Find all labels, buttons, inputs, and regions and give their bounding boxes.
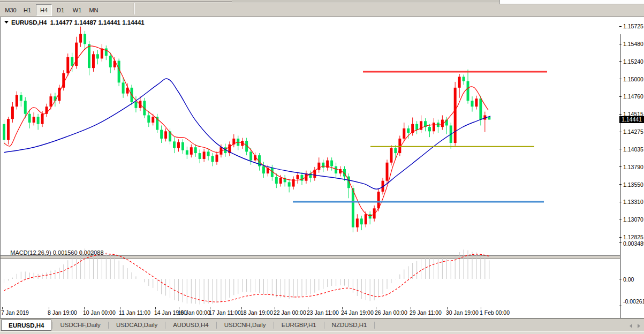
candle-body [7,119,10,140]
time-axis-label: 1 Feb 00:00 [480,309,510,316]
chart-tab-eurusd[interactable]: EURUSD,H4 [1,320,51,331]
symbol-dropdown-icon[interactable] [4,21,9,26]
candle-body [134,102,137,108]
chart-tab-audusd[interactable]: AUDUSD,H4 [166,320,215,331]
time-axis-label: 22 Jan 00:00 [274,309,306,316]
time-axis-label: 23 Jan 11:00 [307,309,339,316]
macd-axis-label: 0.003489 [623,240,644,247]
price-axis-label: 1.12825 [623,234,643,240]
macd-name: MACD(12,26,9) [10,249,51,256]
candle-body [288,182,291,186]
candle-body [79,34,82,42]
candle-body [458,77,461,87]
time-axis-label: 16 Jan 00:00 [178,309,210,316]
tab-separator [52,322,52,329]
price-axis-label: 1.15480 [623,41,643,47]
chart-tab-nzdusd[interactable]: NZDUSD,H1 [325,320,374,331]
candle-body [41,114,44,124]
chart-tab-usdcnh[interactable]: USDCNH,Daily [217,320,273,331]
candle-body [101,48,103,58]
tab-separator [216,322,217,329]
candle-body [322,163,324,168]
candle-body [109,56,112,67]
candle-body [169,131,171,141]
candle-body [454,88,457,143]
candle-body [49,96,52,107]
candle-body [249,151,252,160]
chart-tab-eurgbp[interactable]: EURGBP,H1 [275,320,323,331]
candle-body [211,156,214,162]
price-axis-tick [619,166,622,167]
candle-body [194,147,197,153]
price-axis-tick [619,114,622,115]
candle-body [352,188,354,227]
tabbar-bottom-strip [0,331,644,334]
candle-body [186,150,188,155]
price-axis-tick [619,79,622,79]
tabs-scroll-left-icon[interactable] [627,324,632,328]
macd-axis-tick [619,242,622,243]
price-axis-label: 1.15240 [623,58,643,65]
candle-body [181,142,184,150]
candle-body [203,151,206,159]
candle-body [122,82,125,93]
candle-body [37,117,40,124]
candle-body [207,151,210,156]
candle-body [467,81,469,101]
candle-body [262,166,265,174]
chart-tabs-bar: EURUSD,H4USDCHF,DailyUSDCAD,DailyAUDUSD,… [0,318,644,334]
candle-body [92,54,95,68]
candle-body [479,98,482,119]
candle-body [330,161,333,166]
price-axis-tick [619,202,622,202]
candle-body [394,148,397,154]
candle-body [403,128,405,139]
chart-symbol-period: EURUSD,H4 [11,19,47,26]
candle-body [275,177,278,184]
candle-body [415,124,418,130]
price-axis-label: 1.14275 [623,128,643,135]
time-axis-label: 26 Jan 00:00 [375,309,407,316]
chart-tab-usdcad[interactable]: USDCAD,Daily [109,320,164,331]
price-axis-label: 1.13070 [623,216,643,223]
candle-body [173,141,176,148]
price-axis-tick [619,61,622,62]
candle-body [33,117,35,123]
candle-body [369,214,372,218]
candle-body [297,175,299,179]
slow-ma-line [4,79,491,189]
candle-body [390,148,392,163]
price-axis-tick [619,44,622,44]
time-axis-label: 18 Jan 19:00 [240,309,273,316]
candle-body [190,147,193,155]
time-axis-label: 17 Jan 11:00 [209,309,241,316]
candle-body [463,77,465,81]
candle-body [16,95,18,107]
tabs-scroll-right-icon[interactable] [638,324,642,328]
candle-body [105,48,108,56]
macd-axis-tick [619,306,622,306]
tab-separator [374,322,375,329]
candle-body [386,163,389,181]
candle-body [88,44,90,68]
candle-body [3,124,5,140]
candle-body [433,123,435,131]
trading-terminal-window: M30H1H4D1W1MN EURUSD,H4 1.14477 1.14487 … [0,0,644,334]
price-axis-tick [619,237,622,238]
tab-separator [274,322,274,329]
tab-separator [108,322,109,329]
chart-tab-usdchf[interactable]: USDCHF,Daily [53,320,107,331]
candle-body [199,153,201,159]
candle-body [216,155,218,162]
candle-body [71,57,73,66]
candle-body [279,178,282,184]
candle-body [475,98,478,107]
tab-separator [165,322,165,329]
price-axis-label: 1.15725 [623,23,643,29]
candle-body [407,128,410,133]
candle-body [24,101,27,113]
price-axis-label: 1.13550 [623,181,643,188]
price-axis-label: 1.13790 [623,164,643,170]
macd-axis-label: 0.00 [623,276,634,283]
chart-canvas[interactable] [0,0,619,318]
